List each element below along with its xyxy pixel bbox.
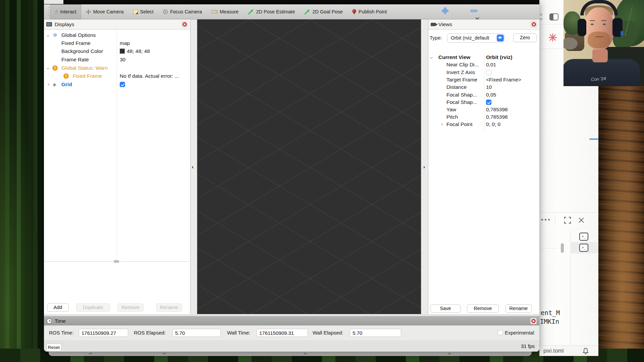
invert-z-checkbox[interactable] — [486, 70, 491, 75]
expand-icon[interactable] — [564, 216, 572, 224]
close-panel-button[interactable] — [531, 21, 537, 27]
collapse-left-arrow[interactable]: ‹ — [192, 164, 196, 170]
bell-icon[interactable] — [582, 347, 590, 355]
status-filename[interactable]: pixi.toml — [543, 348, 564, 354]
tree-value[interactable]: 48; 48; 48 — [120, 48, 150, 54]
tool-2d-pose-estimate[interactable]: 2D Pose Estimate — [243, 4, 300, 19]
collapse-right-arrow[interactable]: › — [423, 164, 427, 170]
view-value[interactable]: 10 — [486, 84, 492, 90]
toolbar-drag-handle[interactable] — [47, 7, 49, 16]
chevron-down-icon[interactable] — [475, 16, 479, 19]
chevron-down-icon[interactable] — [47, 67, 49, 69]
sidebar-toggle-icon[interactable] — [549, 13, 558, 20]
fps-counter: 31 fps — [521, 343, 535, 349]
chevron-right-icon[interactable] — [440, 123, 443, 126]
view-row-yaw[interactable]: Yaw 0,785398 — [428, 106, 539, 114]
webcam-person: Con '24 — [564, 0, 644, 86]
tree-row-frame-rate[interactable]: Frame Rate 30 — [44, 56, 190, 64]
duplicate-display-button[interactable]: Duplicate — [76, 303, 110, 312]
titlebar-notch — [44, 0, 63, 4]
headphone-glint — [621, 31, 623, 36]
view-row-focal-shape-fixed[interactable]: Focal Shap... — [428, 99, 539, 106]
tree-row-fixed-frame-warning[interactable]: ! Fixed Frame No tf data. Actual error: … — [44, 72, 190, 80]
ruler-icon — [211, 10, 217, 13]
tool-interact[interactable]: ☝ Interact — [50, 4, 81, 19]
view-value: Orbit (rviz) — [486, 54, 512, 60]
tree-row-global-status[interactable]: ! Global Status: Warn — [44, 64, 190, 72]
add-tool-button[interactable] — [442, 7, 448, 14]
view-value[interactable]: <Fixed Frame> — [486, 77, 521, 83]
view-value[interactable]: 0,05 — [486, 92, 496, 98]
remove-display-button[interactable]: Remove — [117, 303, 144, 312]
displays-panel-header[interactable]: Displays — [44, 19, 190, 29]
tree-row-grid[interactable]: ◈ Grid — [44, 81, 190, 89]
tool-publish-point[interactable]: Publish Point — [347, 4, 392, 19]
more-options-icon[interactable] — [541, 219, 550, 221]
tool-move-camera[interactable]: Move Camera — [81, 4, 128, 19]
window-titlebar — [44, 0, 539, 4]
tree-value[interactable]: map — [120, 40, 130, 46]
view-value[interactable]: 0,785398 — [486, 114, 508, 120]
tree-label: Background Color — [61, 48, 103, 54]
selection-box-icon — [133, 9, 138, 14]
view-value[interactable]: 0; 0; 0 — [486, 121, 500, 127]
tree-row-fixed-frame[interactable]: Fixed Frame map — [44, 40, 190, 48]
rename-display-button[interactable]: Rename — [156, 303, 182, 312]
close-icon[interactable] — [578, 217, 585, 224]
close-panel-button[interactable] — [530, 318, 537, 324]
wall-elapsed-input[interactable] — [350, 329, 401, 337]
tool-2d-goal-pose[interactable]: 2D Goal Pose — [300, 4, 347, 19]
asterisk-icon[interactable] — [548, 33, 557, 42]
reset-button[interactable]: Reset — [46, 344, 61, 351]
focal-shape-checkbox[interactable] — [486, 100, 491, 105]
remove-view-button[interactable]: Remove — [467, 304, 499, 313]
ros-time-input[interactable] — [79, 329, 128, 337]
tree-row-global-options[interactable]: ❇ Global Options — [44, 32, 190, 40]
time-panel-header[interactable]: Time — [44, 316, 539, 325]
type-value: Orbit (rviz_default — [451, 35, 489, 41]
chevron-down-icon[interactable] — [430, 56, 433, 59]
add-display-button[interactable]: Add — [47, 303, 69, 312]
view-row-near-clip[interactable]: Near Clip Di... 0,01 — [428, 61, 539, 69]
wall-time-input[interactable] — [257, 329, 308, 337]
3d-viewport[interactable] — [197, 19, 421, 314]
view-row-pitch[interactable]: Pitch 0,785398 — [428, 114, 539, 121]
view-row-current-view[interactable]: Current View Orbit (rviz) — [428, 54, 539, 61]
view-value[interactable]: 0,01 — [486, 62, 496, 68]
tree-label: Grid — [61, 81, 72, 87]
tree-row-background-color[interactable]: Background Color 48; 48; 48 — [44, 48, 190, 56]
views-panel-header[interactable]: Views — [428, 19, 539, 29]
view-type-row: Type: Orbit (rviz_default Zero — [428, 33, 539, 45]
zero-button[interactable]: Zero — [513, 34, 537, 42]
grid-enabled-checkbox[interactable] — [120, 82, 125, 87]
view-row-distance[interactable]: Distance 10 — [428, 84, 539, 91]
view-row-focal-shape-size[interactable]: Focal Shap... 0,05 — [428, 92, 539, 99]
view-label: Focal Shap... — [446, 92, 477, 98]
view-type-dropdown[interactable]: Orbit (rviz_default — [447, 34, 505, 43]
view-value[interactable]: 0,785398 — [486, 107, 508, 113]
tool-focus-camera[interactable]: Focus Camera — [158, 4, 207, 19]
tool-label: Focus Camera — [170, 9, 202, 14]
ros-elapsed-input[interactable] — [172, 329, 221, 337]
view-row-focal-point[interactable]: Focal Point 0; 0; 0 — [428, 121, 539, 128]
tool-select[interactable]: Select — [128, 4, 158, 19]
close-panel-button[interactable] — [181, 21, 188, 27]
experimental-checkbox[interactable] — [498, 330, 503, 335]
view-row-target-frame[interactable]: Target Frame <Fixed Frame> — [428, 76, 539, 84]
tool-measure[interactable]: Measure — [207, 4, 243, 19]
scrollbar-thumb[interactable] — [561, 243, 564, 253]
remove-tool-button[interactable] — [471, 10, 477, 12]
view-row-invert-z[interactable]: Invert Z Axis — [428, 69, 539, 76]
editor-status-bar: pixi.toml — [539, 345, 598, 356]
view-label: Near Clip Di... — [446, 62, 479, 68]
save-view-button[interactable]: Save — [430, 304, 461, 313]
rename-view-button[interactable]: Rename — [505, 304, 532, 313]
chevron-down-icon[interactable] — [47, 34, 49, 37]
terminal-icon[interactable]: >_ — [579, 244, 588, 252]
tree-value[interactable]: 30 — [120, 57, 125, 63]
splitter-handle[interactable] — [114, 260, 119, 263]
move-arrows-icon — [86, 9, 91, 14]
rviz-toolbar: ☝ Interact Move Camera Select Focus Came… — [44, 4, 539, 19]
chevron-right-icon[interactable] — [47, 83, 49, 86]
terminal-icon[interactable]: >_ — [579, 233, 588, 241]
